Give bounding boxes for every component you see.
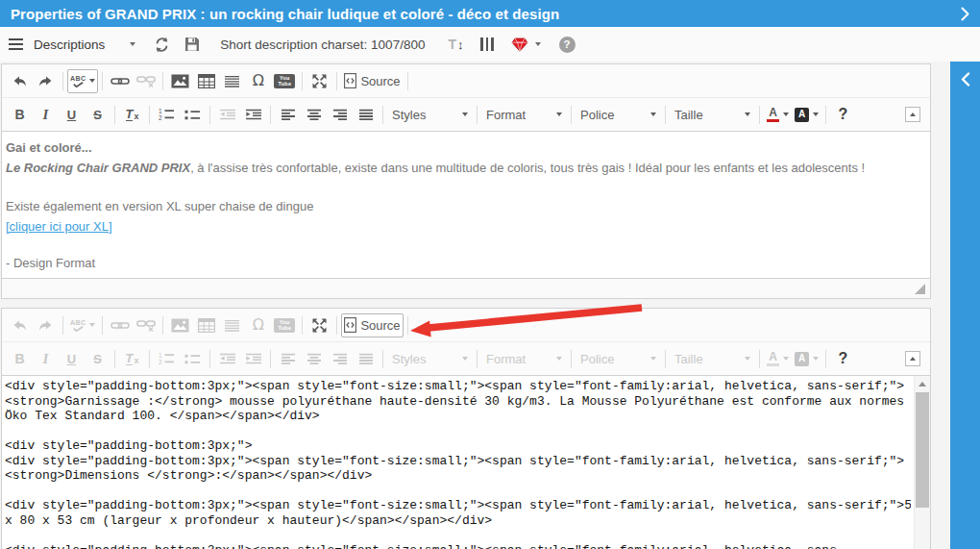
help-button[interactable]: ? — [559, 37, 576, 53]
indent-icon — [245, 109, 262, 121]
image-icon — [171, 74, 189, 88]
rich-text-area[interactable]: Gai et coloré... Le Rocking Chair GRAND … — [2, 132, 930, 278]
gem-button[interactable] — [511, 37, 528, 52]
outdent-icon — [219, 109, 236, 121]
collapsed-side-panel[interactable] — [950, 62, 980, 549]
charset-counter: Short description charset: 1007/800 — [220, 37, 425, 52]
styles-dropdown[interactable]: Styles — [387, 103, 473, 127]
text-color-button: A — [764, 347, 792, 371]
toolbar-separator — [825, 350, 826, 368]
about-button[interactable]: ? — [830, 103, 856, 127]
chevron-right-icon[interactable] — [961, 7, 969, 21]
save-button[interactable] — [184, 37, 200, 52]
gem-dropdown-caret[interactable] — [535, 42, 541, 46]
text-color-button[interactable]: A — [764, 103, 792, 127]
image-button[interactable] — [167, 69, 193, 93]
numbered-list-button[interactable]: 12 — [154, 103, 180, 127]
unlink-icon — [136, 318, 156, 332]
indent-button[interactable] — [240, 103, 266, 127]
collapse-toolbar-button[interactable] — [899, 103, 925, 127]
bold-button[interactable]: B — [7, 103, 33, 127]
italic-button[interactable]: I — [33, 103, 59, 127]
taille-dropdown[interactable]: Taille — [670, 103, 755, 127]
align-right-button[interactable] — [327, 103, 353, 127]
paragraph-design-format: - Design Format — [6, 254, 926, 272]
undo-button[interactable] — [7, 69, 33, 93]
italic-icon: I — [43, 352, 49, 366]
image-icon — [171, 318, 189, 333]
horizontal-rule-button[interactable] — [219, 69, 245, 93]
maximize-button[interactable] — [306, 69, 332, 93]
horizontal-rule-icon — [224, 75, 240, 87]
remove-format-icon: Tx — [126, 108, 139, 121]
redo-button[interactable] — [33, 69, 59, 93]
maximize-button[interactable] — [306, 313, 332, 337]
maximize-icon — [311, 73, 328, 89]
align-justify-button[interactable] — [353, 103, 379, 127]
toolbar-row: BIUSTx12StylesFormatPoliceTailleAA? — [2, 97, 930, 131]
spellcheck-button[interactable]: ABC — [67, 69, 98, 93]
bulleted-list-icon — [184, 109, 201, 121]
align-center-icon — [306, 109, 322, 121]
bulleted-list-button[interactable] — [180, 103, 206, 127]
toolbar-row: ABCΩYouTubeSource — [2, 309, 930, 341]
police-dropdown[interactable]: Police — [576, 103, 661, 127]
youtube-button[interactable]: YouTube — [271, 69, 298, 93]
source-label: Source — [360, 318, 400, 333]
toolbar-separator — [336, 72, 337, 90]
special-char-button[interactable]: Ω — [245, 69, 271, 93]
format-dropdown[interactable]: Format — [481, 103, 567, 127]
paragraph-xl: Existe également en version XL super cha… — [6, 197, 926, 215]
link-button[interactable] — [107, 69, 133, 93]
collapse-toolbar-button[interactable] — [899, 347, 925, 371]
svg-text:1: 1 — [159, 352, 162, 359]
strike-button[interactable]: S — [85, 103, 110, 127]
toolbar-separator — [114, 350, 115, 368]
chevron-left-icon — [961, 72, 970, 87]
toolbar-separator — [477, 350, 478, 368]
police-label: Police — [580, 108, 614, 122]
numbered-list-button: 12 — [154, 347, 180, 371]
about-button[interactable]: ? — [830, 347, 856, 371]
bg-color-button[interactable]: A — [792, 103, 821, 127]
source-line: <div style="padding-bottom:3px;"><span s… — [5, 498, 911, 513]
toolbar-separator — [302, 72, 303, 90]
source-code-area[interactable]: <div style="padding-bottom:3px;"><span s… — [2, 376, 930, 549]
toolbar-separator — [302, 316, 303, 335]
undo-icon — [12, 318, 28, 333]
menu-icon[interactable] — [9, 38, 23, 50]
toolbar-separator — [149, 350, 150, 368]
taille-label: Taille — [674, 352, 703, 366]
strikethrough-icon: S — [93, 353, 102, 365]
align-justify-button — [353, 347, 379, 371]
scrollbar[interactable] — [914, 376, 930, 549]
source-button[interactable]: Source — [341, 313, 403, 337]
styles-dropdown: Styles — [387, 347, 473, 371]
scroll-up-button[interactable] — [915, 376, 930, 391]
collapse-arrow-icon — [905, 351, 920, 366]
align-center-icon — [306, 353, 322, 365]
chevron-down-icon — [556, 112, 562, 116]
gem-icon — [511, 37, 528, 52]
align-left-button[interactable] — [275, 103, 301, 127]
source-button[interactable]: Source — [341, 69, 403, 93]
underline-button[interactable]: U — [59, 103, 85, 127]
text-resize-button[interactable]: T ↕ — [448, 37, 463, 52]
indent-button — [240, 347, 266, 371]
link-icon — [110, 75, 130, 87]
redo-icon — [37, 318, 54, 333]
scrollbar-thumb[interactable] — [916, 392, 929, 508]
redo-icon — [37, 74, 54, 88]
source-line: <div style="padding-bottom:3px;"><span s… — [5, 379, 911, 394]
table-button[interactable] — [193, 69, 219, 93]
remove-format-button[interactable]: Tx — [119, 103, 145, 127]
xl-link[interactable]: [cliquer ici pour XL] — [6, 219, 112, 234]
columns-button[interactable] — [478, 37, 495, 51]
toolbar-separator — [149, 106, 150, 124]
resize-grip-icon[interactable] — [915, 284, 925, 294]
align-center-button[interactable] — [301, 103, 327, 127]
source-line: <strong>Dimensions </strong>:</span></sp… — [5, 468, 911, 484]
refresh-button[interactable] — [154, 37, 170, 53]
descriptions-dropdown[interactable]: Descriptions — [34, 37, 135, 52]
underline-icon: U — [67, 109, 76, 121]
